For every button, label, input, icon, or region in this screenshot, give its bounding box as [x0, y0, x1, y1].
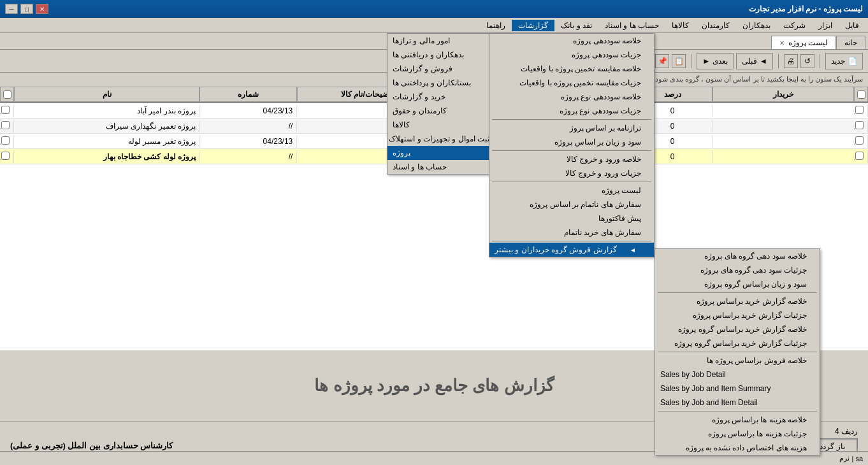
project-submenu: خلاصه سوددهی پروژه جزیات سوددهی پروژه خل… — [489, 33, 655, 257]
row4-buyer — [712, 155, 854, 158]
sales-expense-summary[interactable]: خلاصه هزینه ها براساس پروژه — [655, 413, 820, 427]
sales-purchase-group-summary[interactable]: خلاصه گزارش خرید براساس گروه پروژه — [655, 322, 820, 336]
sales-job-item-detail[interactable]: Sales by Job and Item Detail — [655, 396, 820, 410]
sales-sep1 — [658, 292, 817, 293]
row2-check[interactable] — [854, 120, 868, 132]
proj-pl[interactable]: سود و زیان بر اساس پروژه — [489, 135, 654, 149]
tab-close-icon[interactable]: ✕ — [779, 39, 785, 46]
proj-sep3 — [492, 182, 651, 182]
toolbar-sep-1 — [820, 54, 820, 68]
proj-purchase-orders[interactable]: سفارش های خرید ناتمام — [489, 225, 654, 240]
refresh-icon[interactable]: ↺ — [800, 54, 814, 68]
proj-profit-summary[interactable]: خلاصه سوددهی پروژه — [489, 34, 654, 48]
row4-num: // — [200, 151, 297, 162]
sales-pl-group[interactable]: سود و زیان براساس گروه پروژه — [655, 277, 820, 291]
prev-button[interactable]: ◄ قبلی — [736, 53, 773, 69]
minimize-button[interactable]: ─ — [5, 4, 18, 14]
arrow-left-icon: ► — [702, 57, 710, 66]
close-button[interactable]: ✕ — [36, 4, 48, 14]
proj-type-detail[interactable]: جزیات سوددهی نوع پروژه — [489, 104, 654, 118]
row2-num: // — [200, 120, 297, 132]
proj-inventory-detail[interactable]: جزیات ورود و خروج کالا — [489, 166, 654, 180]
header-checkbox2[interactable] — [3, 90, 11, 99]
col-header-num: شماره — [199, 87, 297, 102]
proj-sales-buyers[interactable]: ◄ گزارش فروش گروه خریداران و بیشتر — [489, 243, 654, 257]
sales-sep3 — [658, 411, 817, 411]
row1-num: 04/23/13 — [200, 105, 297, 117]
sales-job-item-summary[interactable]: Sales by Job and Item Summary — [655, 382, 820, 396]
paste-icon[interactable]: 📌 — [655, 54, 669, 68]
menu-file[interactable]: فایل — [839, 20, 865, 31]
col-header-check — [854, 87, 868, 102]
arrow-right-icon: ◄ — [760, 57, 767, 66]
print-icon[interactable]: 🖨 — [784, 54, 798, 68]
sales-purchase-group-detail[interactable]: جزئیات گزارش خرید براساس گروه پروژه — [655, 336, 820, 350]
menu-tools[interactable]: ابزار — [812, 20, 839, 31]
sales-by-job-detail[interactable]: Sales by Job Detail — [655, 368, 820, 382]
row2-name: پروژه تعمیر نگهداری سیراف — [14, 120, 200, 132]
row4-name: پروژه لوله کشی خطاجاه بهار — [14, 151, 200, 162]
menu-guide[interactable]: راهنما — [480, 20, 512, 31]
hint-text: سرآیند یک ستون را به اینجا بکشید تا بر ا… — [653, 75, 863, 83]
copy-icon[interactable]: 📋 — [672, 54, 686, 68]
status-text: نرم — [839, 454, 850, 462]
proj-sep1 — [492, 119, 651, 120]
tab-home[interactable]: خانه — [836, 36, 865, 49]
toolbar-sep-3 — [691, 54, 691, 68]
proj-sep4 — [492, 241, 651, 241]
proj-estimates[interactable]: پیش فاکتورها — [489, 211, 654, 225]
menu-items[interactable]: کالاها — [665, 20, 695, 31]
proj-inventory-summary[interactable]: خلاصه ورود و خروج کالا — [489, 152, 654, 166]
proj-incomplete-orders[interactable]: سفارش های ناتمام بر اساس پروژه — [489, 197, 654, 211]
menu-accounts[interactable]: حساب ها و اسناد — [598, 20, 665, 31]
proj-est-actual-summary[interactable]: خلاصه مقایسه تخمین پروژه با واقعیات — [489, 62, 654, 76]
menu-bar: فایل ابزار شرکت بدهکاران کارمندان کالاها… — [0, 18, 868, 33]
proj-profit-detail[interactable]: جزیات سوددهی پروژه — [489, 48, 654, 62]
maximize-button[interactable]: □ — [20, 4, 33, 14]
row2-buyer — [712, 125, 854, 127]
toolbar-sep-2 — [778, 54, 779, 68]
menu-vendors[interactable]: بدهکاران — [736, 20, 777, 31]
row3-name: پروژه تغیر مسیر لوله — [14, 136, 200, 147]
sales-purchase-detail[interactable]: جزئیات گزارش خرید براساس پروژه — [655, 308, 820, 322]
col-header-buyer: خریدار — [712, 87, 854, 102]
row1-name: پروژه بندر امیر آباد — [14, 105, 200, 117]
sales-expense-detail[interactable]: جزئیات هزینه ها براساس پروژه — [655, 427, 820, 441]
menu-reports[interactable]: گزارشات — [512, 20, 554, 31]
sales-sep2 — [658, 352, 817, 352]
next-button[interactable]: بعدی ► — [697, 53, 734, 69]
sales-purchase-summary[interactable]: خلاصه گزارش خرید براساس پروژه — [655, 294, 820, 308]
proj-list[interactable]: لیست پروژه — [489, 183, 654, 197]
row4-check2[interactable] — [0, 150, 14, 163]
row4-check[interactable] — [854, 150, 868, 163]
sales-group-detail[interactable]: جزئیات سود دهی گروه های پروژه — [655, 263, 820, 277]
row3-buyer — [712, 140, 854, 143]
status-user: sa — [855, 455, 863, 462]
proj-est-actual-detail[interactable]: جزیات مقایسه تخمین پروژه با واقعیات — [489, 76, 654, 90]
header-checkbox[interactable] — [857, 90, 865, 99]
row3-check2[interactable] — [0, 135, 14, 148]
row2-check2[interactable] — [0, 120, 14, 132]
row1-check2[interactable] — [0, 104, 14, 117]
sales-summary-by-project[interactable]: خلاصه فروش براساس پروژه ها — [655, 354, 820, 368]
row3-check[interactable] — [854, 135, 868, 148]
col-header-check2 — [0, 87, 14, 102]
row1-check[interactable] — [854, 104, 868, 117]
window-title: لیست پروژه - نرم افزار مدیر تجارت — [749, 4, 863, 13]
proj-sep2 — [492, 150, 651, 151]
arrow-icon: ◄ — [630, 247, 636, 254]
new-button[interactable]: 📄 جدید — [825, 53, 863, 69]
menu-banking[interactable]: نقد و بانک — [554, 20, 598, 31]
menu-employees[interactable]: کارمندان — [695, 20, 736, 31]
sales-group-summary[interactable]: خلاصه سود دهی گروه های پروژه — [655, 249, 820, 263]
proj-balance[interactable]: ترازنامه بر اساس پروژ — [489, 121, 654, 135]
row3-num: 04/23/13 — [200, 136, 297, 147]
sales-submenu: خلاصه سود دهی گروه های پروژه جزئیات سود … — [655, 248, 820, 455]
tab-project-list[interactable]: لیست پروژه ✕ — [771, 36, 836, 49]
row1-buyer — [712, 110, 854, 112]
tab-home-label: خانه — [844, 38, 857, 47]
window-controls: ─ □ ✕ — [5, 4, 48, 14]
proj-type-summary[interactable]: خلاصه سوددهی نوع پروژه — [489, 90, 654, 104]
sales-unallocated[interactable]: هزینه های اختصاص داده نشده به پروژه — [655, 441, 820, 455]
menu-company[interactable]: شرکت — [777, 20, 812, 31]
